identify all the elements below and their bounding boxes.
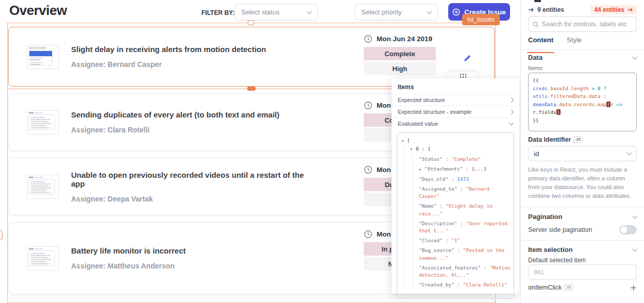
partial-toolbar-icon	[534, 0, 541, 2]
priority-select-value: Select priority	[361, 8, 402, 16]
on-item-click-label: onItemClickJS	[528, 284, 573, 291]
edit-pencil-icon	[463, 54, 471, 62]
json-field: "Bug_source" : "Posted in the commun..."	[419, 247, 511, 262]
add-action-button[interactable]	[630, 284, 637, 291]
properties-panel: 9 entities 44 entities Content Style Dat…	[520, 0, 644, 303]
issue-thumbnail	[27, 45, 59, 69]
issue-assignee: Assignee: Deepa Vartak	[71, 195, 318, 203]
chevron-down-icon	[633, 54, 638, 59]
chevron-down-icon	[427, 9, 432, 14]
json-field: "Closed" : "1"	[419, 237, 511, 245]
chevron-down-icon	[633, 246, 638, 251]
default-selected-item-input[interactable]	[534, 269, 631, 276]
issue-assignee: Assignee: Bernard Casper	[71, 60, 318, 69]
chevron-down-icon	[627, 150, 632, 156]
pagination-section-header[interactable]: Pagination	[528, 213, 637, 221]
entities-back-link[interactable]: 9 entities	[528, 6, 564, 13]
priority-filter-select[interactable]: Select priority	[354, 4, 438, 21]
chevron-right-icon	[509, 109, 514, 114]
status-select-value: Select status	[241, 8, 279, 16]
issue-card[interactable]	[8, 298, 495, 303]
issue-thumbnail	[27, 246, 59, 271]
section-divider	[521, 207, 644, 207]
issue-title: Unable to open previously recorded video…	[71, 171, 318, 188]
evaluated-value-viewer[interactable]: ▾[ ▾0 : { "Status" : "Complete" ▸"Attach…	[397, 132, 514, 298]
issue-title: Sending duplicates of every alert (to bo…	[71, 110, 318, 119]
js-badge: JS	[573, 137, 583, 143]
issue-assignee: Assignee: Clara Rotelli	[71, 126, 318, 134]
search-input[interactable]	[542, 21, 632, 28]
item-selection-section-header[interactable]: Item selection	[528, 246, 637, 254]
expected-structure-row[interactable]: Expected structure	[392, 94, 519, 106]
triangle-down-icon: ▾	[401, 138, 407, 145]
chevron-down-icon	[307, 9, 312, 14]
resize-handle-left[interactable]	[0, 230, 3, 240]
issue-title: Slight delay in receiving alerts from mo…	[71, 45, 318, 54]
issue-assignee: Assignee: Mattheus Anderson	[71, 262, 318, 270]
issue-date: Mon Jun 24 2019	[364, 35, 432, 43]
evaluated-value-row[interactable]: Evaluated value	[392, 117, 519, 129]
panel-search[interactable]	[528, 16, 637, 32]
resize-handle-top[interactable]	[248, 20, 254, 25]
json-item[interactable]: ▾0 : {	[410, 145, 511, 154]
triangle-down-icon: ▾	[410, 146, 416, 154]
items-code-editor[interactable]: {{ creds.baseId.length > 0 ? utils.filte…	[528, 73, 637, 131]
json-field: "Created_by" : "Clara Rotelli"	[419, 281, 511, 289]
section-divider	[521, 240, 644, 241]
server-side-pagination-label: Server side pagination	[528, 226, 592, 233]
search-icon	[533, 21, 539, 28]
resize-handle-row[interactable]	[247, 87, 256, 91]
default-selected-label: Default selected item	[528, 257, 586, 264]
triangle-right-icon: ▸	[419, 166, 425, 174]
expected-structure-example-row[interactable]: Expected structure - example	[392, 106, 519, 117]
status-badge: Complete	[364, 47, 436, 60]
filter-by-label: FILTER BY:	[201, 9, 234, 16]
json-field: "Name" : "Slight delay in rece..."	[419, 203, 511, 217]
issue-thumbnail	[27, 110, 59, 134]
default-selected-item-field[interactable]	[528, 264, 637, 280]
widget-name-tag[interactable]: lst_issues	[462, 14, 500, 25]
json-field: "Associated_features" : "Motion detectio…	[419, 264, 511, 279]
data-section-header[interactable]: Data	[528, 54, 637, 61]
server-side-pagination-toggle[interactable]	[619, 225, 637, 234]
clock-icon	[364, 35, 372, 43]
priority-badge: High	[364, 62, 436, 75]
edit-issue-button[interactable]	[463, 54, 471, 62]
panel-tabs: Content Style	[521, 36, 644, 50]
clock-icon	[364, 101, 372, 110]
arrow-right-icon	[528, 7, 534, 12]
issue-card[interactable]: Slight delay in receiving alerts from mo…	[8, 27, 495, 87]
arrow-right-icon	[627, 7, 633, 12]
json-root[interactable]: ▾[	[401, 137, 511, 145]
chevron-right-icon	[509, 97, 514, 103]
json-field: "Days_old" : 1473	[419, 176, 511, 183]
drag-handle-icon	[460, 74, 467, 78]
chevron-down-icon	[509, 121, 514, 126]
json-field-attachments[interactable]: ▸"Attachments" : [...]	[419, 165, 511, 174]
js-badge: JS	[564, 284, 573, 291]
json-field: "Description" : "User reported that t...…	[419, 220, 511, 235]
json-field: "Status" : "Complete"	[419, 156, 511, 163]
clock-icon	[364, 230, 372, 239]
issue-title: Battery life monitor is incorrect	[71, 246, 318, 255]
status-filter-select[interactable]: Select status	[234, 4, 318, 21]
data-identifier-select[interactable]: id	[528, 146, 637, 161]
entities-count-link[interactable]: 44 entities	[590, 5, 637, 14]
page-title: Overview	[9, 3, 67, 19]
plus-circle-icon	[452, 8, 460, 16]
issue-thumbnail	[27, 175, 59, 199]
items-label: Items	[528, 65, 543, 71]
data-identifier-help: Like keys in React, you must include a p…	[528, 165, 637, 200]
clock-icon	[364, 165, 372, 174]
tab-content[interactable]: Content	[528, 36, 553, 49]
chevron-down-icon	[633, 213, 638, 218]
json-field: "Assigned_to" : "Bernard Casper"	[419, 186, 511, 200]
popup-title: Items	[392, 82, 519, 94]
tab-style[interactable]: Style	[567, 36, 582, 49]
data-identifier-label: Data IdentifierJS	[528, 136, 583, 143]
